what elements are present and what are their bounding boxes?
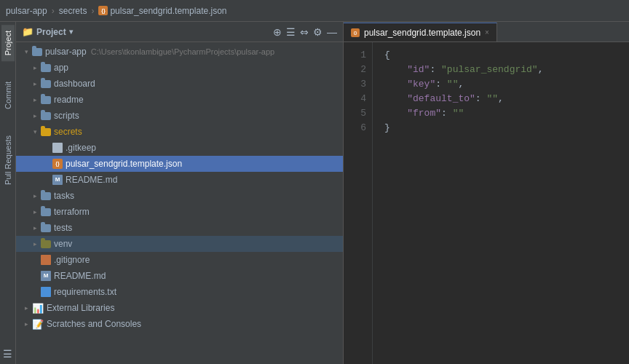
label-scratches: Scratches and Consoles <box>47 319 141 329</box>
tab-file-icon: {} <box>351 28 360 37</box>
label-app: app <box>54 63 68 73</box>
chevron-down-icon[interactable]: ▾ <box>69 28 73 36</box>
expand-venv[interactable] <box>31 240 39 248</box>
label-venv: venv <box>54 239 72 249</box>
tree-item-venv[interactable]: venv <box>16 236 343 252</box>
project-panel: 📁 Project ▾ ⊕ ☰ ⇔ ⚙ — pulsar-app C:\U <box>16 22 344 364</box>
label-secrets: secrets <box>54 127 82 137</box>
scratches-icon: 📝 <box>32 319 44 330</box>
expand-readme-dir[interactable] <box>31 95 39 104</box>
expand-dashboard[interactable] <box>31 79 39 88</box>
code-line-5: "from": "" <box>384 106 617 121</box>
label-external-libs: External Libraries <box>47 303 114 313</box>
expand-tests[interactable] <box>31 223 39 232</box>
folder-icon: 📁 <box>22 26 33 37</box>
label-gitkeep: .gitkeep <box>66 143 96 153</box>
tree-item-pulsar-app[interactable]: pulsar-app C:\Users\tkonlambigue\Pycharm… <box>16 44 343 60</box>
collapse-all-icon[interactable]: ⇔ <box>300 26 309 38</box>
line-numbers: 1 2 3 4 5 6 <box>344 42 373 364</box>
expand-scripts[interactable] <box>31 111 39 120</box>
tab-close-button[interactable]: × <box>485 28 489 36</box>
scroll-to-end-icon[interactable]: ☰ <box>286 26 296 38</box>
tree-item-gitkeep[interactable]: .gitkeep <box>16 140 343 156</box>
tree-item-scripts[interactable]: scripts <box>16 108 343 124</box>
tree-item-readme-root[interactable]: M README.md <box>16 268 343 284</box>
code-line-1: { <box>384 48 617 63</box>
project-title: 📁 Project ▾ <box>22 26 269 37</box>
editor-tabs: {} pulsar_sendgrid.template.json × <box>344 22 629 42</box>
label-pulsar-sendgrid: pulsar_sendgrid.template.json <box>66 159 182 169</box>
path-info: C:\Users\tkonlambigue\PycharmProjects\pu… <box>91 47 275 56</box>
label-readme-dir: readme <box>54 95 84 105</box>
expand-pulsar-app[interactable] <box>22 47 31 56</box>
code-line-4: "default_to": "", <box>384 92 617 106</box>
expand-scratches[interactable] <box>22 320 31 328</box>
header-actions: ⊕ ☰ ⇔ ⚙ — <box>273 26 337 38</box>
tree-item-tasks[interactable]: tasks <box>16 188 343 204</box>
commit-side-tab[interactable]: Commit <box>1 76 15 115</box>
label-pulsar-app: pulsar-app <box>45 47 87 57</box>
label-scripts: scripts <box>54 111 79 121</box>
editor-content: 1 2 3 4 5 6 { "id": "pulsar_sendgrid", "… <box>344 42 629 364</box>
tree-item-app[interactable]: app <box>16 60 343 76</box>
tree-item-dashboard[interactable]: dashboard <box>16 76 343 92</box>
breadcrumb-folder[interactable]: secrets <box>59 6 87 16</box>
label-tasks: tasks <box>54 191 74 201</box>
label-dashboard: dashboard <box>54 79 95 89</box>
label-tests: tests <box>54 223 72 233</box>
label-readme-secrets: README.md <box>66 175 117 185</box>
breadcrumb-file: pulsar_sendgrid.template.json <box>110 6 226 16</box>
close-icon[interactable]: — <box>327 26 337 38</box>
expand-external-libs[interactable] <box>22 304 31 312</box>
tree-item-external-libs[interactable]: 📊 External Libraries <box>16 300 343 316</box>
breadcrumb-root[interactable]: pulsar-app <box>6 6 47 16</box>
expand-terraform[interactable] <box>31 207 39 216</box>
tab-label: pulsar_sendgrid.template.json <box>364 28 480 38</box>
tree-item-readme-secrets[interactable]: M README.md <box>16 172 343 188</box>
code-line-6: } <box>384 121 617 135</box>
label-readme-root: README.md <box>54 271 106 281</box>
tree-item-terraform[interactable]: terraform <box>16 204 343 220</box>
tree-item-scratches[interactable]: 📝 Scratches and Consoles <box>16 316 343 332</box>
tree-item-readme-dir[interactable]: readme <box>16 92 343 108</box>
tree-item-tests[interactable]: tests <box>16 220 343 236</box>
tree-item-secrets[interactable]: secrets <box>16 124 343 140</box>
tree-item-pulsar-sendgrid[interactable]: {} pulsar_sendgrid.template.json <box>16 156 343 172</box>
tree-item-requirements[interactable]: requirements.txt <box>16 284 343 300</box>
breadcrumb-bar: pulsar-app › secrets › {} pulsar_sendgri… <box>0 0 629 22</box>
project-panel-header: 📁 Project ▾ ⊕ ☰ ⇔ ⚙ — <box>16 22 343 42</box>
gear-icon[interactable]: ⚙ <box>313 26 323 38</box>
project-side-tab[interactable]: Project <box>1 25 15 61</box>
add-icon[interactable]: ⊕ <box>273 26 282 38</box>
code-line-2: "id": "pulsar_sendgrid", <box>384 63 617 77</box>
tree-item-gitignore[interactable]: .gitignore <box>16 252 343 268</box>
editor-area: {} pulsar_sendgrid.template.json × 1 2 3… <box>344 22 629 364</box>
file-tree: pulsar-app C:\Users\tkonlambigue\Pycharm… <box>16 42 343 364</box>
editor-tab-pulsar-sendgrid[interactable]: {} pulsar_sendgrid.template.json × <box>344 23 497 41</box>
label-requirements: requirements.txt <box>54 287 116 297</box>
pull-requests-side-tab[interactable]: Pull Requests <box>1 130 15 191</box>
expand-secrets[interactable] <box>31 127 39 136</box>
breadcrumb-file-icon: {} <box>98 6 108 15</box>
expand-tasks[interactable] <box>31 191 39 200</box>
external-libs-icon: 📊 <box>32 303 44 314</box>
code-line-3: "key": "", <box>384 77 617 92</box>
code-editor[interactable]: { "id": "pulsar_sendgrid", "key": "", "d… <box>373 42 629 364</box>
label-terraform: terraform <box>54 207 90 217</box>
main-layout: Project Commit Pull Requests ☰ 📁 Project… <box>0 22 629 364</box>
label-gitignore: .gitignore <box>54 255 90 265</box>
side-tabs: Project Commit Pull Requests ☰ <box>0 22 16 364</box>
structure-icon[interactable]: ☰ <box>1 344 15 364</box>
expand-app[interactable] <box>31 63 39 72</box>
